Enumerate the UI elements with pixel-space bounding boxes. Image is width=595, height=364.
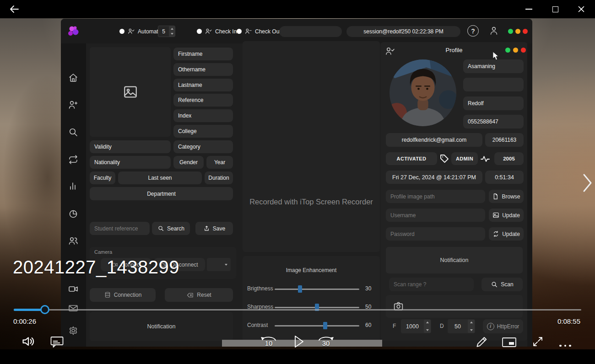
role-badge: ADMIN: [451, 152, 478, 165]
person-check-icon: [205, 27, 212, 35]
user-icon[interactable]: [488, 25, 499, 36]
camera-select-dropdown[interactable]: [207, 258, 231, 271]
subtitles-icon[interactable]: [50, 336, 64, 348]
slider-thumb[interactable]: [298, 285, 302, 293]
password-input[interactable]: Password: [386, 227, 485, 241]
search-button[interactable]: Search: [152, 222, 190, 235]
email-field[interactable]: redolfkendrick@gmail.com: [386, 133, 482, 147]
browse-button[interactable]: Browse: [489, 190, 524, 203]
update-image-button[interactable]: Update: [489, 209, 524, 222]
othername-field[interactable]: Othername: [173, 63, 233, 76]
back-button[interactable]: [9, 5, 19, 14]
duration-field[interactable]: Duration: [205, 171, 233, 184]
contrast-slider[interactable]: [275, 325, 359, 327]
check-in-radio[interactable]: Check In: [197, 27, 237, 35]
yellow-dot[interactable]: [515, 29, 520, 34]
check-out-radio[interactable]: Check Out: [237, 27, 281, 35]
scan-range-input[interactable]: Scan range ?: [389, 278, 474, 291]
next-chevron-icon[interactable]: [581, 173, 593, 193]
more-options-button[interactable]: [559, 340, 571, 348]
department-field[interactable]: Department: [90, 187, 233, 200]
f-spinner[interactable]: 1000: [401, 319, 431, 333]
student-photo-placeholder[interactable]: [90, 47, 171, 137]
student-id-field[interactable]: 20661163: [485, 133, 524, 147]
reference-field[interactable]: Reference: [173, 94, 233, 107]
chevron-down-icon: [225, 264, 227, 266]
spinner-arrows[interactable]: [424, 320, 431, 333]
year-field[interactable]: Year: [206, 156, 233, 169]
validity-field[interactable]: Validity: [90, 140, 171, 153]
yellow-dot[interactable]: [513, 48, 518, 53]
reset-button[interactable]: Reset: [165, 288, 233, 302]
search-icon[interactable]: [68, 127, 79, 138]
session-label: session@redolf250 02:22:38 PM: [363, 28, 443, 35]
brightness-slider[interactable]: [275, 289, 359, 290]
index-field[interactable]: Index: [173, 109, 233, 122]
volume-icon[interactable]: [21, 335, 36, 348]
http-error-button[interactable]: i HttpError: [483, 319, 523, 333]
nationality-field[interactable]: Nationality: [90, 156, 171, 169]
surname-field[interactable]: Asamaning: [463, 59, 524, 73]
automate-radio[interactable]: Automate: [119, 27, 161, 35]
pie-chart-icon[interactable]: [68, 208, 79, 219]
forward-30-button[interactable]: 30: [316, 335, 336, 347]
username-input[interactable]: Username: [386, 209, 485, 222]
red-dot[interactable]: [521, 48, 526, 53]
othername-profile-field[interactable]: [463, 78, 524, 91]
minimize-button[interactable]: [523, 5, 534, 14]
home-icon[interactable]: [68, 72, 79, 83]
slider-thumb[interactable]: [323, 322, 327, 329]
profile-image-path-input[interactable]: Profile image path: [386, 190, 485, 203]
student-reference-input[interactable]: Student reference: [90, 222, 150, 235]
green-dot[interactable]: [508, 29, 513, 34]
last-seen-field[interactable]: Last seen: [118, 171, 202, 184]
topbar-empty-field[interactable]: [279, 26, 342, 37]
contrast-row: Contrast 60: [243, 322, 380, 329]
session-label-pill: session@redolf250 02:22:38 PM: [346, 26, 460, 37]
enhancement-title: Image Enhancement: [243, 267, 380, 273]
video-camera-icon[interactable]: [68, 284, 79, 294]
college-field[interactable]: College: [173, 125, 233, 138]
repeat-icon[interactable]: [68, 154, 79, 165]
session-time-field: 0:51:34: [485, 171, 524, 184]
help-icon[interactable]: ?: [467, 25, 479, 37]
connection-button[interactable]: Connection: [90, 288, 156, 302]
update-password-button[interactable]: Update: [489, 227, 524, 241]
spinner-arrows[interactable]: [468, 320, 475, 333]
settings-gear-icon[interactable]: [68, 325, 79, 336]
automate-count-spinner[interactable]: 5: [158, 26, 175, 37]
d-label: D: [440, 323, 444, 329]
play-button[interactable]: [292, 334, 305, 349]
gender-field[interactable]: Gender: [173, 156, 204, 169]
viewer-panel: Recorded with iTop Screen Recorder: [243, 41, 380, 252]
image-icon: [123, 84, 138, 100]
picture-in-picture-icon[interactable]: [502, 337, 517, 348]
maximize-button[interactable]: [550, 5, 561, 14]
annotate-pencil-icon[interactable]: [474, 334, 488, 348]
database-icon: [104, 291, 111, 299]
mail-icon[interactable]: [68, 303, 79, 314]
phone-field[interactable]: 0552588647: [463, 115, 524, 128]
red-dot[interactable]: [523, 29, 528, 34]
scan-button[interactable]: Scan: [481, 278, 523, 291]
close-button[interactable]: [576, 5, 587, 14]
timeline-track[interactable]: [14, 309, 581, 310]
person-add-icon[interactable]: [68, 99, 79, 110]
green-dot[interactable]: [505, 48, 510, 53]
spinner-arrows[interactable]: [169, 26, 175, 37]
lastname-field[interactable]: Lastname: [173, 79, 233, 91]
save-button[interactable]: Save: [195, 222, 233, 235]
firstname-field[interactable]: Firstname: [173, 48, 233, 60]
category-field[interactable]: Category: [173, 140, 233, 153]
upload-icon: [203, 225, 210, 232]
search-icon: [491, 281, 498, 288]
fullscreen-icon[interactable]: [531, 335, 544, 348]
sharpness-slider[interactable]: [275, 307, 359, 308]
camera-section-label: Camera: [94, 249, 112, 255]
people-icon[interactable]: [68, 235, 79, 246]
faculty-field[interactable]: Faculty: [90, 171, 115, 184]
rewind-10-button[interactable]: 10: [259, 335, 279, 347]
d-spinner[interactable]: 50: [448, 319, 475, 333]
bar-chart-icon[interactable]: [68, 181, 79, 192]
firstname-profile-field[interactable]: Redolf: [463, 96, 524, 110]
